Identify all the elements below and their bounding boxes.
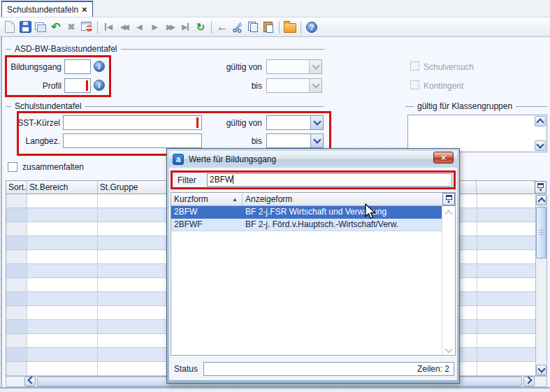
nav-fast-prev-button[interactable]: ◀◀	[116, 20, 131, 35]
grid-cell[interactable]	[27, 362, 98, 376]
back-button[interactable]: ←	[215, 20, 230, 35]
grid-cell[interactable]	[6, 264, 27, 278]
grid-cell[interactable]	[6, 306, 27, 320]
grid-cell[interactable]	[6, 348, 27, 362]
dialog-table-scrollbar[interactable]	[442, 206, 455, 355]
grid-cell[interactable]	[6, 278, 27, 292]
sst-bis-combobox[interactable]	[266, 133, 324, 148]
kontingent-checkbox[interactable]	[410, 80, 419, 89]
grid-vscroll-thumb[interactable]	[536, 207, 547, 259]
grid-cell[interactable]	[6, 320, 27, 334]
grid-header-stbereich[interactable]: St.Bereich	[27, 181, 98, 194]
nav-prev-button[interactable]: ◀	[131, 20, 147, 35]
basis-bis-combobox[interactable]	[266, 78, 322, 93]
grid-column-picker-button[interactable]: ▾	[535, 181, 547, 194]
duplicate-button[interactable]	[33, 20, 48, 35]
grid-cell[interactable]	[27, 306, 98, 320]
bildungsgang-info-icon[interactable]: i	[94, 61, 105, 72]
table-row[interactable]: 2BFWF BF 2-j. Förd.v.Hauptsch.-Wirtschaf…	[171, 219, 442, 231]
scroll-right-button[interactable]	[523, 377, 535, 386]
remove-form-button[interactable]	[79, 20, 94, 35]
scroll-down-button[interactable]	[536, 365, 547, 375]
grid-cell[interactable]	[477, 278, 535, 292]
grid-cell[interactable]	[477, 236, 535, 250]
dialog-column-picker-button[interactable]: ▾	[442, 193, 455, 205]
folder-button[interactable]	[282, 20, 298, 35]
tab-schulstundentafeln[interactable]: Schulstundentafeln ×	[1, 1, 93, 17]
grid-cell[interactable]	[477, 362, 535, 376]
grid-cell[interactable]	[27, 334, 98, 348]
grid-cell[interactable]	[6, 208, 27, 222]
grid-cell[interactable]	[6, 194, 27, 208]
grid-cell[interactable]	[6, 362, 27, 376]
schulversuch-checkbox[interactable]	[410, 61, 419, 71]
nav-next-button[interactable]: ▶	[147, 20, 162, 35]
delete-button[interactable]: ✖	[64, 20, 79, 35]
klassengruppen-listbox[interactable]	[407, 115, 547, 152]
dialog-titlebar[interactable]: a Werte für Bildungsgang	[169, 151, 457, 168]
filter-input[interactable]: 2BFW	[207, 173, 452, 187]
undo-button[interactable]: ↶	[48, 20, 64, 35]
grid-cell[interactable]	[6, 250, 27, 264]
chevron-down-icon[interactable]	[310, 134, 323, 147]
grid-cell[interactable]	[27, 292, 98, 306]
sst-gueltig-von-combobox[interactable]	[266, 115, 324, 130]
langbez-input[interactable]	[63, 133, 202, 148]
grid-cell[interactable]	[6, 236, 27, 250]
grid-header-sort[interactable]: Sort.	[6, 181, 27, 194]
cut-button[interactable]	[230, 20, 245, 35]
grid-cell[interactable]	[27, 250, 98, 264]
column-header-anzeigeform[interactable]: Anzeigeform	[243, 193, 442, 205]
grid-cell[interactable]	[27, 208, 98, 222]
scroll-up-button[interactable]	[536, 195, 547, 205]
grid-cell[interactable]	[27, 194, 98, 208]
nav-fast-next-button[interactable]: ▶▶	[162, 20, 178, 35]
refresh-button[interactable]: ↻	[193, 20, 208, 35]
tab-close-icon[interactable]: ×	[82, 5, 87, 14]
status-label: Status	[171, 364, 203, 374]
copy-button[interactable]	[245, 20, 261, 35]
scroll-up-button[interactable]	[535, 116, 546, 126]
table-row-selected[interactable]: 2BFW BF 2-j.FSR Wirtschaft und Verwaltun…	[171, 206, 442, 219]
grid-cell[interactable]	[27, 264, 98, 278]
nav-first-button[interactable]: ◀	[101, 20, 116, 35]
grid-cell[interactable]	[477, 334, 535, 348]
profil-info-icon[interactable]: i	[94, 80, 105, 91]
grid-cell[interactable]	[477, 306, 535, 320]
grid-cell[interactable]	[477, 222, 535, 236]
grid-cell[interactable]	[6, 222, 27, 236]
grid-cell[interactable]	[477, 250, 535, 264]
grid-cell[interactable]	[477, 348, 535, 362]
grid-header-cell[interactable]	[477, 181, 535, 194]
grid-cell[interactable]	[27, 236, 98, 250]
dialog-close-button[interactable]: ×	[433, 152, 454, 164]
chevron-down-icon[interactable]	[309, 79, 321, 92]
bildungsgang-input[interactable]	[64, 59, 91, 74]
column-header-kurzform[interactable]: Kurzform ▲	[171, 193, 243, 205]
cell-anzeigeform: BF 2-j. Förd.v.Hauptsch.-Wirtschaft/Verw…	[243, 219, 442, 231]
grid-cell[interactable]	[27, 320, 98, 334]
help-button[interactable]: ?	[304, 20, 319, 35]
scroll-left-button[interactable]	[24, 377, 36, 386]
chevron-down-icon[interactable]	[310, 116, 323, 129]
chevron-down-icon[interactable]	[309, 60, 321, 73]
save-button[interactable]	[17, 20, 33, 35]
grid-cell[interactable]	[477, 320, 535, 334]
nav-last-button[interactable]: ▶	[178, 20, 193, 35]
basis-gueltig-von-combobox[interactable]	[266, 59, 322, 74]
grid-cell[interactable]	[27, 222, 98, 236]
paste-button[interactable]	[261, 20, 276, 35]
new-record-button[interactable]	[2, 20, 17, 35]
grid-cell[interactable]	[477, 292, 535, 306]
grid-cell[interactable]	[6, 334, 27, 348]
grid-cell[interactable]	[477, 208, 535, 222]
grid-cell[interactable]	[27, 348, 98, 362]
grid-cell[interactable]	[477, 194, 535, 208]
grid-cell[interactable]	[27, 278, 98, 292]
scroll-down-button[interactable]	[535, 140, 546, 151]
grid-cell[interactable]	[6, 292, 27, 306]
toolbar: ↶ ✖ ◀ ◀◀ ◀ ▶ ▶▶ ▶ ↻ ← ?	[0, 17, 550, 37]
sst-kuerzel-input[interactable]	[63, 115, 202, 130]
grid-cell[interactable]	[477, 264, 535, 278]
zusammenfalten-checkbox[interactable]	[8, 162, 17, 172]
